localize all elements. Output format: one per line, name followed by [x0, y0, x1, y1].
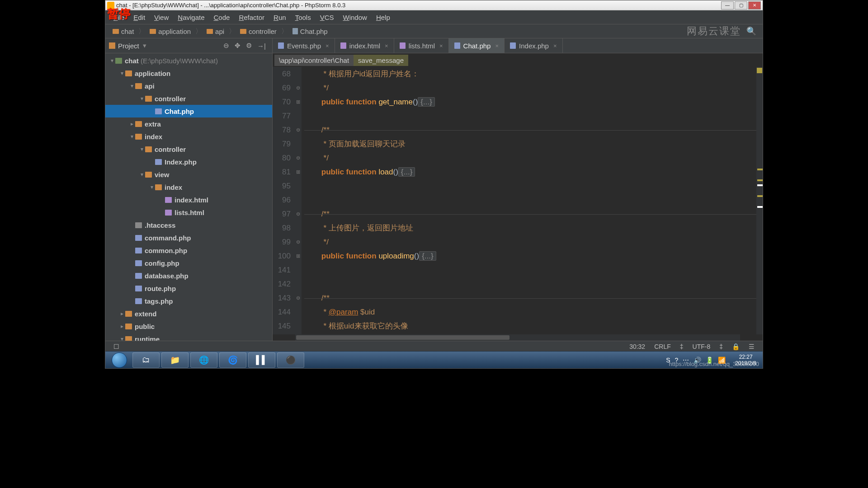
fold-marker-icon[interactable]: ⊖	[294, 123, 302, 137]
fold-marker-icon[interactable]	[294, 137, 302, 151]
start-button[interactable]	[107, 352, 132, 368]
member-crumb[interactable]: save_message	[354, 55, 408, 66]
tab-chatphp[interactable]: Chat.php×	[449, 38, 505, 53]
code-line[interactable]: * 页面加载返回聊天记录	[302, 137, 756, 151]
expand-toggle-icon[interactable]: ▾	[139, 146, 145, 152]
menu-refactor[interactable]: Refactor	[234, 12, 269, 23]
tree-item-extend[interactable]: ▸extend	[105, 307, 272, 320]
expand-toggle-icon[interactable]: ▾	[139, 95, 145, 102]
breadcrumb-item[interactable]: controller	[236, 27, 280, 36]
taskbar-app-button[interactable]: 🗂	[132, 352, 160, 368]
tree-item-configphp[interactable]: config.php	[105, 257, 272, 269]
line-number[interactable]: 79	[273, 137, 291, 151]
gear-icon[interactable]: ⚙	[243, 42, 255, 50]
fold-marker-icon[interactable]: ⊞	[294, 95, 302, 109]
line-number-gutter[interactable]: 6869707778798081959697989910014114214314…	[273, 67, 294, 334]
line-number[interactable]: 144	[273, 305, 291, 319]
breadcrumb-item[interactable]: chat	[109, 27, 137, 36]
fold-marker-icon[interactable]: ⊖	[294, 235, 302, 249]
tab-listshtml[interactable]: lists.html×	[394, 38, 449, 53]
tree-item-commandphp[interactable]: command.php	[105, 231, 272, 244]
windows-taskbar[interactable]: 🗂📁🌐🌀▌▌⚫ S?⋯🔊🔋📶 22:27 2018/2/8 https://bl…	[105, 351, 763, 368]
expand-toggle-icon[interactable]: ▾	[119, 336, 125, 341]
taskbar-app-button[interactable]: ⚫	[277, 352, 304, 368]
close-button[interactable]: ✕	[748, 1, 761, 9]
line-number[interactable]: 100	[273, 249, 291, 263]
close-tab-icon[interactable]: ×	[495, 42, 499, 49]
code-line[interactable]: * 根据用户id返回用户姓名：	[302, 67, 756, 81]
taskbar-app-button[interactable]: ▌▌	[248, 352, 275, 368]
tree-item-listshtml[interactable]: lists.html	[105, 206, 272, 219]
warning-mark[interactable]	[757, 195, 763, 197]
chevron-down-icon[interactable]: ▾	[139, 42, 146, 50]
menu-view[interactable]: View	[150, 12, 173, 23]
tree-item-index[interactable]: ▾index	[105, 181, 272, 193]
lock-icon[interactable]: 🔒	[727, 343, 744, 350]
close-tab-icon[interactable]: ×	[326, 42, 329, 49]
line-number[interactable]: 96	[273, 193, 291, 207]
line-number[interactable]: 77	[273, 109, 291, 123]
project-tree[interactable]: ▾chat (E:\phpStudy\WWW\chat)▾application…	[105, 53, 272, 341]
line-number[interactable]: 95	[273, 179, 291, 193]
tab-eventsphp[interactable]: Events.php×	[273, 38, 335, 53]
tree-item-application[interactable]: ▾application	[105, 67, 272, 80]
fold-marker-icon[interactable]	[294, 179, 302, 193]
menu-help[interactable]: Help	[372, 12, 395, 23]
tree-item-chatphp[interactable]: Chat.php	[105, 105, 272, 117]
tree-item-indexhtml[interactable]: index.html	[105, 193, 272, 206]
mark[interactable]	[757, 184, 763, 186]
code-line[interactable]	[302, 263, 756, 277]
line-number[interactable]: 142	[273, 277, 291, 291]
close-tab-icon[interactable]: ×	[553, 42, 557, 49]
line-number[interactable]: 145	[273, 319, 291, 333]
tree-item-runtime[interactable]: ▾runtime	[105, 333, 272, 341]
close-tab-icon[interactable]: ×	[385, 42, 388, 49]
tree-item-public[interactable]: ▸public	[105, 320, 272, 333]
code-line[interactable]: * 上传图片，返回图片地址	[302, 221, 756, 235]
line-number[interactable]: 141	[273, 263, 291, 277]
horizontal-scrollbar[interactable]	[295, 334, 740, 341]
expand-toggle-icon[interactable]: ▾	[119, 70, 125, 76]
tab-indexphp[interactable]: Index.php×	[505, 38, 562, 53]
title-bar[interactable]: chat - [E:\phpStudy\WWW\chat] - ...\appl…	[105, 0, 763, 10]
project-header[interactable]: Project ▾ ⊖ ✥ ⚙ →|	[105, 38, 272, 53]
line-number[interactable]: 81	[273, 165, 291, 179]
fold-marker-icon[interactable]	[294, 221, 302, 235]
menu-tools[interactable]: Tools	[291, 12, 316, 23]
tab-indexhtml[interactable]: index.html×	[335, 38, 394, 53]
line-number[interactable]: 99	[273, 235, 291, 249]
mark[interactable]	[757, 206, 763, 208]
line-separator[interactable]: CRLF	[650, 343, 675, 350]
expand-toggle-icon[interactable]: ▸	[119, 310, 125, 317]
code-line[interactable]: public function uploadimg(){...}	[302, 249, 756, 263]
menu-window[interactable]: Window	[339, 12, 372, 23]
expand-toggle-icon[interactable]: ▸	[119, 323, 125, 329]
tree-item-htaccess[interactable]: .htaccess	[105, 219, 272, 231]
fold-marker-icon[interactable]: ⊖	[294, 291, 302, 305]
fold-marker-icon[interactable]: ⊖	[294, 207, 302, 221]
code-line[interactable]: * 根据uid来获取它的头像	[302, 319, 756, 333]
tree-item-indexphp[interactable]: Index.php	[105, 155, 272, 168]
expand-toggle-icon[interactable]: ▸	[129, 121, 135, 127]
tree-item-index[interactable]: ▾index	[105, 130, 272, 143]
breadcrumb-item[interactable]: Chat.php	[289, 27, 331, 36]
locate-icon[interactable]: ✥	[232, 42, 243, 50]
fold-marker-icon[interactable]	[294, 193, 302, 207]
line-number[interactable]: 97	[273, 207, 291, 221]
breadcrumb-item[interactable]: application	[146, 27, 194, 36]
fold-marker-icon[interactable]	[294, 305, 302, 319]
fold-column[interactable]: ⊖⊞⊖⊖⊞⊖⊖⊞⊖	[294, 67, 302, 334]
code-line[interactable]	[302, 193, 756, 207]
code-area[interactable]: 6869707778798081959697989910014114214314…	[273, 67, 763, 334]
expand-toggle-icon[interactable]: ▾	[129, 83, 135, 89]
taskbar-app-button[interactable]: 🌀	[219, 352, 246, 368]
taskbar-app-button[interactable]: 🌐	[190, 352, 217, 368]
fold-marker-icon[interactable]: ⊞	[294, 165, 302, 179]
tree-item-tagsphp[interactable]: tags.php	[105, 295, 272, 307]
hector-icon[interactable]: ☰	[744, 343, 759, 350]
fold-marker-icon[interactable]	[294, 109, 302, 123]
menu-vcs[interactable]: VCS	[316, 12, 339, 23]
expand-toggle-icon[interactable]: ▾	[129, 133, 135, 140]
maximize-button[interactable]: ▢	[735, 1, 747, 9]
menu-edit[interactable]: Edit	[129, 12, 150, 23]
